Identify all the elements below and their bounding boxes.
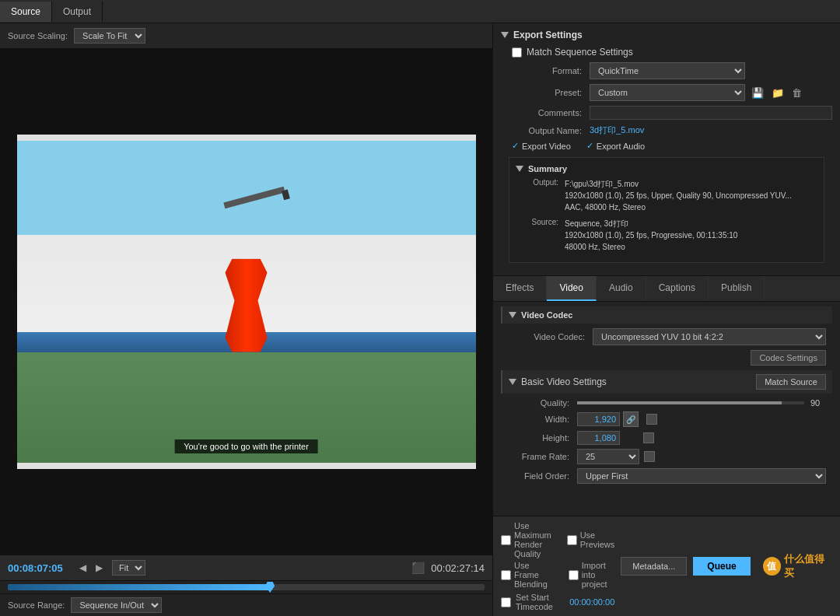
watermark: 值 什么值得买 (763, 552, 832, 580)
codec-settings-btn[interactable]: Codec Settings (751, 350, 826, 366)
codec-select-row: Video Codec: Uncompressed YUV 10 bit 4:2… (501, 328, 832, 345)
comments-input[interactable] (590, 106, 832, 120)
import-project-checkbox[interactable] (569, 570, 579, 580)
tab-publish[interactable]: Publish (709, 276, 765, 301)
output-name-value[interactable]: 3d打印_5.mov (590, 124, 644, 136)
source-scaling-bar: Source Scaling: Scale To Fit (0, 23, 492, 49)
import-project-label: Import into project (582, 561, 615, 589)
basic-video-title: Basic Video Settings (521, 376, 607, 387)
next-frame-btn[interactable]: ▶ (93, 561, 106, 575)
watermark-text: 什么值得买 (784, 552, 832, 580)
frame-rate-row: Frame Rate: 25 (501, 449, 832, 464)
comments-row: Comments: (501, 106, 832, 120)
video-tab-content: Video Codec Video Codec: Uncompressed YU… (493, 302, 840, 516)
frame-rate-select[interactable]: 25 (577, 449, 639, 464)
set-timecode-checkbox[interactable] (501, 597, 511, 607)
import-project-check[interactable]: Import into project (569, 561, 615, 589)
watermark-icon: 值 (763, 557, 781, 576)
export-settings-panel: Export Settings Match Sequence Settings … (493, 23, 840, 275)
quality-slider[interactable] (577, 401, 804, 404)
field-order-select[interactable]: Upper First (577, 468, 826, 484)
codec-label: Video Codec: (507, 332, 585, 341)
match-source-btn[interactable]: Match Source (756, 374, 826, 390)
export-video-checkmark: ✓ (512, 141, 519, 151)
scrubber-fill (8, 584, 270, 590)
tab-video[interactable]: Video (547, 276, 596, 301)
source-range-label: Source Range: (8, 600, 65, 610)
scrubber-bar[interactable] (0, 580, 492, 593)
output-name-row: Output Name: 3d打印_5.mov (501, 124, 832, 136)
height-lock-checkbox[interactable] (643, 432, 654, 443)
metadata-btn[interactable]: Metadata... (621, 557, 687, 576)
summary-output-values: F:\gpu\3d打印_5.mov 1920x1080 (1.0), 25 fp… (565, 178, 792, 213)
max-render-label: Use Maximum Render Quality (514, 521, 551, 558)
summary-source-detail: 1920x1080 (1.0), 25 fps, Progressive, 00… (565, 229, 737, 241)
export-video-label: Export Video (522, 142, 571, 151)
video-codec-title: Video Codec (521, 310, 572, 320)
preset-icons: 💾 📁 🗑 (750, 87, 803, 99)
max-render-check[interactable]: Use Maximum Render Quality (501, 521, 551, 558)
frame-blending-check[interactable]: Use Frame Blending (501, 561, 553, 589)
scrubber-track[interactable] (8, 584, 485, 590)
summary-source-values: Sequence, 3d打印 1920x1080 (1.0), 25 fps, … (565, 218, 737, 253)
queue-btn[interactable]: Queue (693, 557, 750, 576)
main-layout: Source Scaling: Scale To Fit You're good… (0, 23, 840, 616)
bottom-bar: Use Maximum Render Quality Use Previews … (493, 516, 840, 616)
framerate-lock[interactable] (644, 451, 655, 462)
codec-select[interactable]: Uncompressed YUV 10 bit 4:2:2 (593, 328, 826, 345)
format-label: Format: (512, 66, 582, 75)
basic-video-collapse-icon[interactable] (509, 379, 516, 385)
preset-label: Preset: (512, 88, 582, 97)
tab-captions[interactable]: Captions (646, 276, 709, 301)
render-options: Use Maximum Render Quality Use Previews … (501, 521, 614, 611)
playhead-icon: ⬛ (411, 562, 425, 574)
height-input[interactable] (577, 431, 620, 445)
export-audio-check[interactable]: ✓ Export Audio (586, 141, 645, 151)
top-tab-bar: Source Output (0, 0, 840, 23)
lock-checkbox[interactable] (646, 414, 657, 425)
preset-row: Preset: Custom 💾 📁 🗑 (501, 84, 832, 101)
summary-output-row: Output: F:\gpu\3d打印_5.mov 1920x1080 (1.0… (516, 178, 817, 213)
summary-collapse-icon[interactable] (516, 166, 523, 172)
link-icon[interactable]: 🔗 (623, 411, 639, 427)
basic-video-header: Basic Video Settings Match Source (501, 370, 832, 394)
codec-collapse-icon[interactable] (509, 312, 516, 318)
range-select[interactable]: Sequence In/Out (71, 597, 162, 613)
delete-preset-icon[interactable]: 🗑 (790, 87, 803, 99)
render-row-2: Use Frame Blending Import into project (501, 561, 614, 589)
preset-select[interactable]: Custom (590, 84, 745, 101)
match-seq-checkbox[interactable] (512, 47, 522, 58)
fit-select[interactable]: Fit (112, 560, 145, 576)
export-video-check[interactable]: ✓ Export Video (512, 141, 571, 151)
timeline-controls: ◀ ▶ (76, 561, 106, 575)
tab-audio[interactable]: Audio (597, 276, 646, 301)
width-input[interactable] (577, 412, 620, 426)
quality-fill (577, 401, 782, 404)
scrubber-thumb[interactable] (265, 582, 275, 593)
timecode-value: 00:00:00:00 (569, 597, 614, 607)
video-background (17, 135, 476, 469)
export-settings-title: Export Settings (513, 30, 583, 40)
scaling-select[interactable]: Scale To Fit (74, 28, 145, 44)
frame-blending-checkbox[interactable] (501, 570, 511, 580)
folder-icon[interactable]: 📁 (770, 87, 786, 99)
export-audio-checkmark: ✓ (586, 141, 593, 151)
quality-row: Quality: 90 (501, 398, 832, 408)
use-previews-check[interactable]: Use Previews (567, 521, 615, 558)
set-timecode-label: Set Start Timecode (516, 593, 565, 611)
use-previews-checkbox[interactable] (567, 535, 577, 545)
prev-frame-btn[interactable]: ◀ (76, 561, 89, 575)
tab-effects[interactable]: Effects (493, 276, 547, 301)
collapse-icon[interactable] (501, 32, 509, 38)
time-display-left: 00:08:07:05 (8, 562, 70, 574)
save-preset-icon[interactable]: 💾 (750, 87, 765, 99)
format-select[interactable]: QuickTime (590, 62, 745, 79)
tab-output[interactable]: Output (52, 2, 103, 22)
match-seq-label: Match Sequence Settings (527, 47, 633, 58)
video-preview-area: You're good to go with the printer (0, 49, 492, 555)
timeline-bar: 00:08:07:05 ◀ ▶ Fit ⬛ 00:02:27:14 (0, 555, 492, 580)
tab-source[interactable]: Source (0, 2, 52, 22)
max-render-checkbox[interactable] (501, 535, 511, 545)
use-previews-label: Use Previews (580, 530, 615, 549)
summary-output-path: F:\gpu\3d打印_5.mov (565, 178, 792, 190)
